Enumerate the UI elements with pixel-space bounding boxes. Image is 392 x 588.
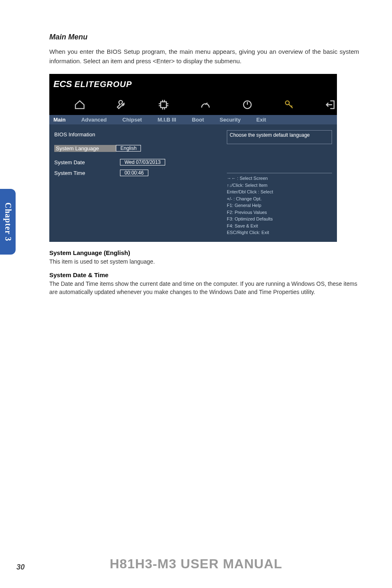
bios-header-row: ECS ELITEGROUP — [49, 74, 337, 94]
system-datetime-heading: System Date & Time — [49, 271, 359, 278]
tab-main[interactable]: Main — [53, 117, 66, 123]
bios-help-panel: →← : Select Screen ↑↓/Click: Select Item… — [227, 173, 332, 236]
help-line: F3: Optimized Defaults — [227, 216, 332, 223]
tab-mib[interactable]: M.I.B III — [157, 117, 176, 123]
bios-brand: ELITEGROUP — [74, 80, 132, 89]
wrench-icon — [116, 98, 127, 111]
home-icon — [74, 98, 85, 111]
bios-left-panel: BIOS Information System Language English… — [49, 124, 222, 242]
section-title: Main Menu — [49, 33, 359, 41]
bios-info-label: BIOS Information — [54, 131, 120, 138]
system-date-row[interactable]: System Date Wed 07/03/2013 — [54, 158, 217, 166]
main-content: Main Menu When you enter the BIOS Setup … — [0, 0, 392, 296]
gauge-icon — [200, 98, 211, 111]
tab-advanced[interactable]: Advanced — [81, 117, 107, 123]
svg-point-2 — [286, 101, 289, 105]
power-icon — [242, 98, 253, 111]
page-number: 30 — [16, 563, 25, 572]
chapter-tab: Chapter 3 — [0, 189, 16, 255]
key-icon — [284, 98, 295, 111]
tab-chipset[interactable]: Chipset — [122, 117, 142, 123]
bios-logo-prefix: ECS — [53, 79, 72, 90]
help-line: F4: Save & Exit — [227, 223, 332, 230]
bios-body: BIOS Information System Language English… — [49, 124, 337, 242]
bios-right-panel: Choose the system default language →← : … — [222, 124, 337, 242]
help-line: +/- : Change Opt. — [227, 195, 332, 202]
help-line: ESC/Right Click: Exit — [227, 229, 332, 236]
bios-screenshot: ECS ELITEGROUP Main Advanced Chipset M.I… — [49, 74, 337, 242]
system-time-row[interactable]: System Time 00:00:46 — [54, 169, 217, 177]
bios-right-description: Choose the system default language — [227, 130, 332, 144]
footer: H81H3-M3 USER MANUAL — [0, 556, 392, 572]
system-language-text: This item is used to set system language… — [49, 258, 359, 266]
system-language-heading: System Language (English) — [49, 249, 359, 256]
system-date-label: System Date — [54, 159, 120, 165]
help-line: →← : Select Screen — [227, 175, 332, 182]
bios-tabs-row: Main Advanced Chipset M.I.B III Boot Sec… — [49, 115, 337, 124]
intro-text: When you enter the BIOS Setup program, t… — [49, 47, 359, 66]
bios-info-row: BIOS Information — [54, 130, 217, 138]
help-line: ↑↓/Click: Select Item — [227, 182, 332, 189]
tab-boot[interactable]: Boot — [192, 117, 204, 123]
system-datetime-text: The Date and Time items show the current… — [49, 280, 359, 296]
footer-title: H81H3-M3 USER MANUAL — [110, 556, 282, 571]
system-language-value: English — [116, 145, 141, 152]
chip-icon — [158, 98, 169, 111]
help-line: Enter/Dbl Click : Select — [227, 188, 332, 195]
tab-exit[interactable]: Exit — [256, 117, 266, 123]
help-line: F2: Previous Values — [227, 209, 332, 216]
help-line: F1: General Help — [227, 202, 332, 209]
system-language-label: System Language — [54, 145, 116, 152]
exit-icon — [325, 98, 337, 111]
tab-security[interactable]: Security — [220, 117, 241, 123]
system-language-row[interactable]: System Language English — [54, 144, 217, 152]
system-date-value: Wed 07/03/2013 — [120, 159, 165, 165]
system-time-label: System Time — [54, 170, 120, 176]
system-time-value: 00:00:46 — [120, 170, 148, 176]
bios-icons-row — [49, 94, 337, 115]
svg-rect-0 — [161, 102, 166, 108]
